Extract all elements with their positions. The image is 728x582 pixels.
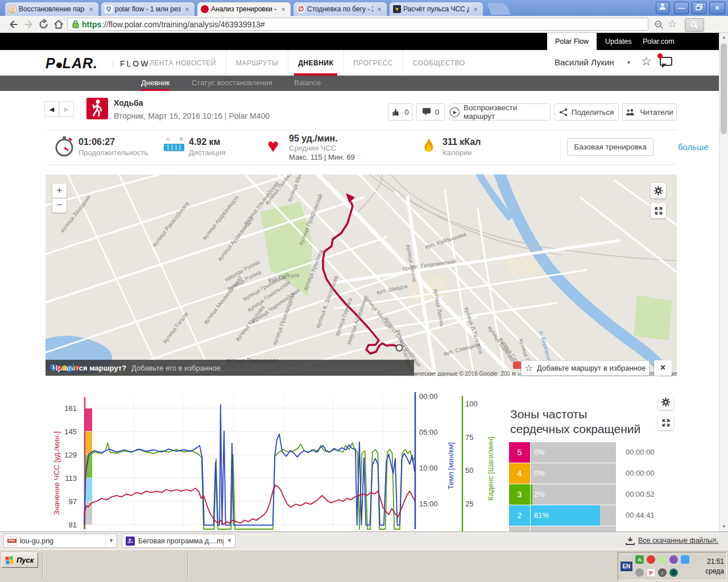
address-bar[interactable]: https://flow.polar.com/training/analysis… [67, 18, 648, 31]
browser-tab-3[interactable]: Анализ тренировки - Polar× [197, 2, 291, 16]
clock-time: 21:51 [697, 557, 724, 567]
tab-close-icon[interactable]: × [375, 5, 383, 14]
browser-tab-4[interactable]: ∅Стодневка по бегу - 2. Нач× [293, 2, 387, 16]
more-link[interactable]: больше [678, 142, 709, 152]
minimize-button[interactable]: — [674, 2, 689, 14]
browser-tab-2[interactable]: Qpolar flow - 1 млн результа× [101, 2, 195, 16]
scroll-down-arrow[interactable]: ▼ [719, 522, 728, 531]
user-name[interactable]: Василий Лукин [555, 57, 614, 67]
zones-settings-button[interactable] [658, 394, 673, 410]
tab-close-icon[interactable]: × [87, 5, 95, 14]
diary-subnav: Дневник Статус восстановления Balance [0, 76, 728, 91]
subnav-balance[interactable]: Balance [294, 76, 321, 91]
language-indicator[interactable]: EN [621, 562, 632, 571]
add-route-favorite-button[interactable]: ☆ Добавьте маршрут в избранное [521, 360, 650, 376]
pace-tick: 15:00 [419, 500, 438, 508]
tray-status-blob[interactable] [658, 555, 667, 564]
topbar-link-polar-flow[interactable]: Polar Flow [547, 33, 597, 50]
subnav-diary[interactable]: Дневник [141, 76, 169, 91]
close-like-bar-button[interactable]: × [654, 360, 672, 376]
readers-button[interactable]: Читатели [622, 103, 677, 120]
zoom-out-page-icon[interactable] [654, 20, 668, 32]
back-button[interactable] [7, 18, 20, 31]
browser-tab-1[interactable]: @Восстановление пароля на× [5, 2, 99, 16]
favorites-star-icon[interactable]: ☆ [641, 55, 652, 68]
scrollbar-thumb[interactable] [721, 43, 727, 134]
nav-progress[interactable]: ПРОГРЕСС [344, 50, 403, 76]
tray-polar-sync[interactable]: P [647, 568, 655, 577]
browser-tab-5[interactable]: ♥Расчёт пульса ЧСС для раз× [389, 2, 483, 16]
nav-routes[interactable]: МАРШРУТЫ [226, 50, 288, 76]
next-session-button[interactable]: ▶ [59, 101, 74, 117]
download-item-2[interactable]: ▶MP4Беговая программа д....mp4▼ [122, 534, 235, 548]
tray-network[interactable] [681, 555, 689, 564]
training-chart: 161145129113978100:0005:0010:0015:001007… [46, 389, 506, 531]
page-scrollbar[interactable]: ▲ ▼ [719, 33, 728, 531]
tab-close-icon[interactable]: × [183, 5, 191, 14]
browser-profile-button[interactable] [656, 2, 669, 14]
activity-subtitle: Вторник, Март 15, 2016 10:16 | Polar M40… [114, 111, 270, 120]
subnav-active-underline [141, 89, 169, 91]
map-fullscreen-button[interactable] [651, 203, 666, 218]
mail-at-favicon: @ [9, 5, 16, 13]
like-route-bar: Нравится маршрут? Добавьте его в избранн… [46, 360, 414, 376]
zone-number-4: 4 [509, 463, 530, 484]
like-button[interactable]: 0 [388, 103, 413, 120]
tray-bug-monitor[interactable] [647, 555, 655, 564]
messages-icon[interactable] [660, 57, 672, 66]
forward-button[interactable] [23, 18, 36, 31]
tab-close-icon[interactable]: × [279, 5, 287, 14]
notification-dot [657, 53, 663, 59]
tray-antivirus[interactable]: A [635, 555, 644, 564]
zone-percent: 0% [534, 463, 545, 484]
download-dropdown-icon[interactable]: ▼ [224, 534, 235, 547]
distance-value: 4.92 км [189, 137, 220, 147]
topbar-link-updates[interactable]: Updates [597, 33, 640, 50]
calories-value: 311 кКал [442, 137, 481, 147]
prev-session-button[interactable]: ◀ [44, 101, 59, 117]
hr-avg-value: 95 уд./мин. [289, 134, 338, 144]
tray-webcam[interactable] [635, 568, 644, 577]
reload-button[interactable] [38, 18, 51, 31]
divider [560, 136, 561, 159]
download-dropdown-icon[interactable]: ▼ [105, 534, 117, 547]
close-window-button[interactable]: × [709, 2, 725, 14]
scroll-up-arrow[interactable]: ▲ [719, 33, 728, 42]
nav-feed[interactable]: ЛЕНТА НОВОСТЕЙ [140, 50, 226, 76]
taskbar-separator [188, 553, 189, 579]
cadence-axis-label: Каденс [Шаги/мин] [486, 426, 495, 512]
avatar[interactable] [607, 54, 624, 71]
replay-route-button[interactable]: ▶ Воспроизвести маршрут [449, 103, 551, 120]
search-button[interactable] [685, 18, 704, 32]
polar-logo[interactable]: PLAR. [46, 55, 98, 72]
pace-tick: 05:00 [419, 428, 438, 436]
share-button[interactable]: Поделиться [554, 103, 619, 120]
restore-button[interactable] [692, 2, 706, 14]
nav-diary[interactable]: ДНЕВНИК [288, 50, 344, 76]
home-button[interactable] [52, 18, 66, 31]
zones-fullscreen-button[interactable] [658, 415, 673, 430]
route-map[interactable]: вулица Заходняявулица Ракасоўскагавулица… [46, 174, 677, 376]
nav-community[interactable]: СООБЩЕСТВО [403, 50, 475, 76]
topbar-link-polar-com[interactable]: Polar.com [635, 33, 682, 50]
tab-close-icon[interactable]: × [471, 5, 479, 14]
start-button[interactable]: Пуск [2, 552, 38, 568]
training-benefit-button[interactable]: Базовая тренировка [567, 138, 653, 156]
tray-bittorrent-tray[interactable] [669, 555, 678, 564]
download-item-1[interactable]: PNGlou-gu.png▼ [3, 534, 117, 548]
bookmark-star-icon[interactable]: ☆ [668, 18, 681, 30]
tray-sonar[interactable] [669, 568, 678, 577]
map-settings-button[interactable] [651, 183, 666, 198]
close-download-bar-button[interactable]: × [712, 535, 717, 544]
stats-row: 01:06:27 Продолжительность A B 4.92 км Д… [46, 130, 677, 165]
comments-button[interactable]: 0 [416, 103, 445, 120]
padlock-icon [72, 20, 79, 28]
tray-volume[interactable]: ♪ [658, 568, 667, 577]
map-zoom-in-button[interactable]: + [52, 184, 67, 198]
hr-tick: 81 [48, 521, 77, 529]
new-tab-button[interactable] [487, 3, 511, 15]
subnav-recovery[interactable]: Статус восстановления [192, 76, 272, 91]
show-all-downloads-link[interactable]: Все скачанные файлы... [638, 537, 718, 544]
user-menu-caret-icon[interactable]: ▾ [627, 59, 630, 65]
map-zoom-out-button[interactable]: − [52, 198, 67, 213]
